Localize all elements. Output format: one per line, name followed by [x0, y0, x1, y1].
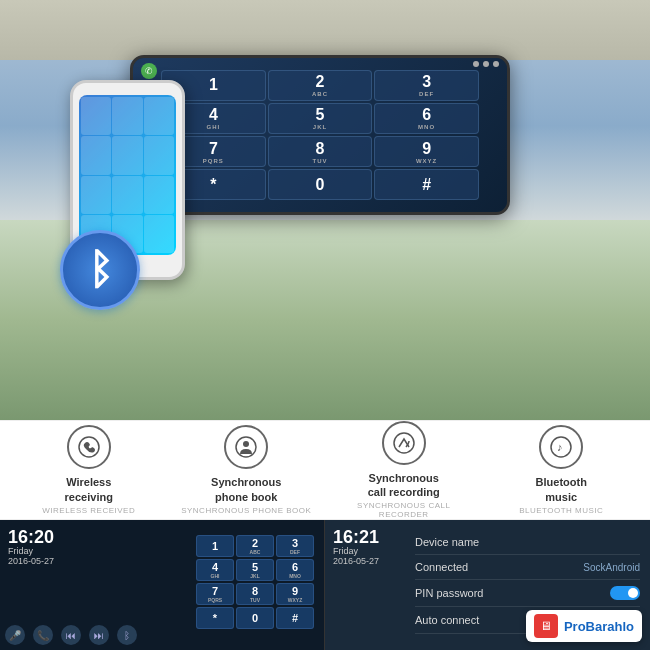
bottom-right-day: Friday — [333, 546, 379, 556]
svg-point-3 — [394, 433, 414, 453]
bottom-left-screenshot: 16:20 Friday 2016-05-27 1 2ABC 3DEF 4GHI… — [0, 520, 325, 650]
phone-call-icon — [77, 435, 101, 459]
probarahlo-icon: 🖥 — [534, 614, 558, 638]
app-icon-12 — [144, 215, 174, 253]
grid-cell-hash: # — [374, 169, 479, 200]
grid-cell-5: 5JKL — [268, 103, 373, 134]
mini-cell-1: 1 — [196, 535, 234, 557]
next-icon: ⏭ — [89, 625, 109, 645]
mini-dial-grid: 1 2ABC 3DEF 4GHI 5JKL 6MNO 7PQRS 8TUV 9W… — [196, 535, 314, 629]
bottom-left-day: Friday — [8, 546, 54, 556]
feature-recording-title: Synchronouscall recording — [368, 471, 440, 500]
device-name-label: Device name — [415, 536, 479, 548]
feature-phonebook: Synchronousphone book SYNCHRONOUS PHONE … — [176, 425, 316, 515]
settings-item-device-name: Device name — [415, 530, 640, 555]
feature-recording-icon-wrap — [382, 421, 426, 465]
svg-text:♪: ♪ — [557, 441, 563, 453]
bottom-left-timestamp: 16:20 Friday 2016-05-27 — [8, 528, 54, 566]
app-icon-6 — [144, 136, 174, 174]
app-icon-5 — [112, 136, 142, 174]
feature-bt-music-sub: BLUETOOTH MUSIC — [519, 506, 603, 515]
svg-point-0 — [79, 437, 99, 457]
bt-icon: ᛒ — [117, 625, 137, 645]
grid-cell-3: 3DEF — [374, 70, 479, 101]
mini-cell-4: 4GHI — [196, 559, 234, 581]
connected-label: Connected — [415, 561, 468, 573]
mini-cell-2: 2ABC — [236, 535, 274, 557]
app-icon-2 — [112, 97, 142, 135]
music-icon: ♪ — [549, 435, 573, 459]
status-dot-2 — [483, 61, 489, 67]
bottom-right-date: 2016-05-27 — [333, 556, 379, 566]
bottom-section: 16:20 Friday 2016-05-27 1 2ABC 3DEF 4GHI… — [0, 520, 650, 650]
feature-recording: Synchronouscall recording SYNCHRONOUS CA… — [334, 421, 474, 520]
feature-phonebook-title: Synchronousphone book — [211, 475, 281, 504]
bluetooth-icon: ᛒ — [60, 230, 140, 310]
features-section: Wirelessreceiving WIRELESS RECEIVED Sync… — [0, 420, 650, 520]
feature-phonebook-icon-wrap — [224, 425, 268, 469]
bluetooth-circle: ᛒ — [60, 230, 140, 310]
feature-wireless-title: Wirelessreceiving — [65, 475, 113, 504]
call-indicator-icon: ✆ — [141, 63, 157, 79]
bottom-left-icons-row: 🎤 📞 ⏮ ⏭ ᛒ — [5, 625, 319, 645]
bottom-right-time: 16:21 — [333, 528, 379, 546]
mini-cell-3: 3DEF — [276, 535, 314, 557]
settings-item-pin: PIN password — [415, 580, 640, 607]
feature-wireless-sub: WIRELESS RECEIVED — [42, 506, 135, 515]
app-icon-3 — [144, 97, 174, 135]
mirror-screen: ✆ 1 2ABC 3DEF 4GHI 5JKL 6MNO 7PQRS 8TUV … — [133, 58, 507, 212]
probarahlo-text: ProBarahlo — [564, 619, 634, 634]
feature-wireless-icon-wrap — [67, 425, 111, 469]
svg-point-2 — [243, 441, 249, 447]
bluetooth-symbol: ᛒ — [88, 249, 113, 291]
call-recording-icon — [392, 431, 416, 455]
bottom-right-timestamp: 16:21 Friday 2016-05-27 — [333, 528, 379, 566]
probarahlo-badge: 🖥 ProBarahlo — [526, 610, 642, 642]
app-icon-1 — [81, 97, 111, 135]
person-icon — [234, 435, 258, 459]
feature-bt-music-title: Bluetoothmusic — [536, 475, 587, 504]
grid-cell-9: 9WXYZ — [374, 136, 479, 167]
ceiling-texture — [0, 0, 650, 60]
feature-wireless: Wirelessreceiving WIRELESS RECEIVED — [19, 425, 159, 515]
app-icon-4 — [81, 136, 111, 174]
status-dot-3 — [493, 61, 499, 67]
grid-cell-2: 2ABC — [268, 70, 373, 101]
feature-bt-music: ♪ Bluetoothmusic BLUETOOTH MUSIC — [491, 425, 631, 515]
pin-toggle[interactable] — [610, 586, 640, 600]
connected-value: SockAndroid — [583, 562, 640, 573]
bottom-right-screenshot: 16:21 Friday 2016-05-27 Device name Conn… — [325, 520, 650, 650]
mini-cell-8: 8TUV — [236, 583, 274, 605]
feature-recording-sub: SYNCHRONOUS CALL RECORDER — [334, 501, 474, 519]
top-hero-section: ✆ 1 2ABC 3DEF 4GHI 5JKL 6MNO 7PQRS 8TUV … — [0, 0, 650, 420]
mini-cell-5: 5JKL — [236, 559, 274, 581]
mini-cell-9: 9WXYZ — [276, 583, 314, 605]
grid-cell-8: 8TUV — [268, 136, 373, 167]
autoconnect-label: Auto connect — [415, 614, 479, 626]
settings-item-connected: Connected SockAndroid — [415, 555, 640, 580]
status-dot-1 — [473, 61, 479, 67]
grid-cell-6: 6MNO — [374, 103, 479, 134]
feature-phonebook-sub: SYNCHRONOUS PHONE BOOK — [181, 506, 311, 515]
prev-icon: ⏮ — [61, 625, 81, 645]
app-icon-7 — [81, 176, 111, 214]
pin-label: PIN password — [415, 587, 483, 599]
call-icon: 📞 — [33, 625, 53, 645]
app-icon-9 — [144, 176, 174, 214]
app-icon-8 — [112, 176, 142, 214]
feature-bt-music-icon-wrap: ♪ — [539, 425, 583, 469]
mini-cell-7: 7PQRS — [196, 583, 234, 605]
status-bar — [473, 61, 499, 67]
bottom-left-date: 2016-05-27 — [8, 556, 54, 566]
mic-icon: 🎤 — [5, 625, 25, 645]
phone-dial-grid: 1 2ABC 3DEF 4GHI 5JKL 6MNO 7PQRS 8TUV 9W… — [161, 70, 479, 201]
grid-cell-0: 0 — [268, 169, 373, 200]
mirror-device: ✆ 1 2ABC 3DEF 4GHI 5JKL 6MNO 7PQRS 8TUV … — [130, 55, 510, 215]
bottom-left-time: 16:20 — [8, 528, 54, 546]
mini-cell-6: 6MNO — [276, 559, 314, 581]
